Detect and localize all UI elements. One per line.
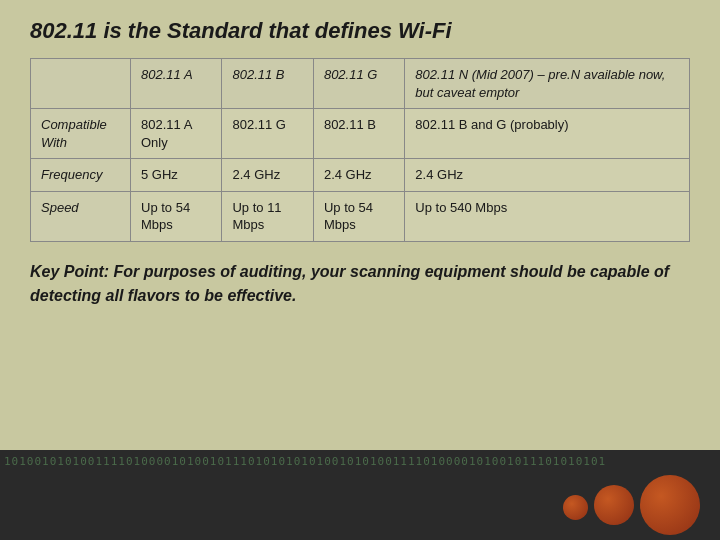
row0-col3: 802.11 B — [313, 109, 404, 159]
row2-col3: Up to 54 Mbps — [313, 191, 404, 241]
key-point-text: Key Point: For purposes of auditing, you… — [30, 260, 690, 308]
row1-col4: 2.4 GHz — [405, 159, 690, 192]
row0-col2: 802.11 G — [222, 109, 313, 159]
row0-col4: 802.11 B and G (probably) — [405, 109, 690, 159]
decorative-circles — [563, 475, 700, 535]
row2-col0: Speed — [31, 191, 131, 241]
standards-table: 802.11 A 802.11 B 802.11 G 802.11 N (Mid… — [30, 58, 690, 242]
page-title: 802.11 is the Standard that defines Wi-F… — [30, 18, 690, 44]
row2-col2: Up to 11 Mbps — [222, 191, 313, 241]
table-row: Speed Up to 54 Mbps Up to 11 Mbps Up to … — [31, 191, 690, 241]
row1-col2: 2.4 GHz — [222, 159, 313, 192]
header-col0 — [31, 59, 131, 109]
main-content: 802.11 is the Standard that defines Wi-F… — [0, 0, 720, 318]
row0-col1: 802.11 A Only — [131, 109, 222, 159]
decorative-circle-large — [640, 475, 700, 535]
decorative-circle-medium — [594, 485, 634, 525]
row1-col1: 5 GHz — [131, 159, 222, 192]
table-header-row: 802.11 A 802.11 B 802.11 G 802.11 N (Mid… — [31, 59, 690, 109]
row0-col0: Compatible With — [31, 109, 131, 159]
header-col2: 802.11 B — [222, 59, 313, 109]
header-col4: 802.11 N (Mid 2007) – pre.N available no… — [405, 59, 690, 109]
row1-col0: Frequency — [31, 159, 131, 192]
table-row: Frequency 5 GHz 2.4 GHz 2.4 GHz 2.4 GHz — [31, 159, 690, 192]
row2-col4: Up to 540 Mbps — [405, 191, 690, 241]
decorative-circle-small — [563, 495, 588, 520]
header-col3: 802.11 G — [313, 59, 404, 109]
table-row: Compatible With 802.11 A Only 802.11 G 8… — [31, 109, 690, 159]
header-col1: 802.11 A — [131, 59, 222, 109]
row1-col3: 2.4 GHz — [313, 159, 404, 192]
row2-col1: Up to 54 Mbps — [131, 191, 222, 241]
